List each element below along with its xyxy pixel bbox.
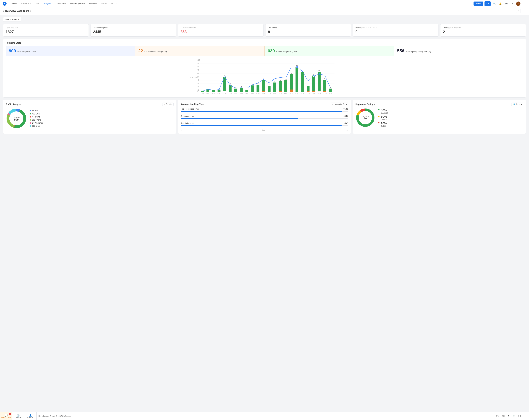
stat-value-due-today: 9 bbox=[268, 30, 348, 34]
zpad-button[interactable]: zPad ▾ bbox=[474, 1, 483, 6]
svg-rect-70 bbox=[323, 80, 326, 92]
nav-item-chat[interactable]: Chat bbox=[33, 0, 41, 7]
hold-requests-num: 22 bbox=[138, 49, 143, 53]
requests-stats-title: Requests Stats bbox=[6, 42, 523, 44]
svg-text:20: 20 bbox=[197, 86, 199, 88]
nav-item-social[interactable]: Social bbox=[99, 0, 109, 7]
svg-point-77 bbox=[263, 79, 264, 80]
notifications-button[interactable]: 🔔 bbox=[498, 1, 503, 6]
stat-label-open: Open Requests bbox=[6, 27, 86, 29]
settings-button[interactable]: ⚙ bbox=[510, 1, 515, 6]
page-header: ‹ Overview Dashboard ▾ ··· ⤢ ℹ bbox=[0, 7, 529, 15]
svg-rect-49 bbox=[279, 81, 282, 92]
happiness-ratings-panel: Happiness Ratings 📊 Donut ▾ Total Rating… bbox=[353, 100, 526, 134]
svg-text:36: 36 bbox=[285, 79, 287, 80]
first-response-item: First Response Time 95:52 bbox=[181, 108, 349, 112]
handling-time-title: Average Handling Time bbox=[181, 103, 204, 105]
svg-rect-31 bbox=[229, 85, 232, 92]
svg-rect-47 bbox=[273, 83, 276, 92]
svg-text:5 PM: 5 PM bbox=[290, 92, 293, 94]
search-button[interactable]: 🔍 bbox=[492, 1, 497, 6]
legend-item-chat: 138 Chat bbox=[30, 125, 43, 127]
requests-stats-panel: Requests Stats 909 New Requests (Total) … bbox=[3, 39, 526, 98]
more-options-button[interactable]: ··· bbox=[511, 9, 515, 13]
info-button[interactable]: ℹ bbox=[522, 9, 526, 13]
nav-more-button[interactable]: ··· bbox=[115, 0, 119, 7]
new-item-button[interactable]: ＋ ▾ bbox=[485, 1, 490, 6]
svg-text:20: 20 bbox=[364, 117, 367, 120]
donut-center-label-text: Requests bbox=[13, 117, 20, 118]
svg-rect-59 bbox=[301, 72, 304, 92]
new-requests-label: New Requests (Total) bbox=[17, 51, 36, 53]
legend-item-web: 56 Web bbox=[30, 110, 43, 112]
first-response-bar-bg bbox=[181, 111, 349, 112]
happiness-container: Total Ratings 20 80% Good (16) 1 bbox=[356, 108, 523, 128]
svg-text:10 PM: 10 PM bbox=[317, 92, 321, 94]
page-title-dropdown[interactable]: ▾ bbox=[30, 10, 31, 12]
traffic-analysis-control[interactable]: ◎ Donut ▾ bbox=[162, 103, 173, 106]
app-logo[interactable]: f bbox=[2, 1, 7, 6]
svg-rect-27 bbox=[212, 90, 215, 92]
chat-dot bbox=[30, 125, 31, 127]
nav-item-tickets[interactable]: Tickets bbox=[9, 0, 19, 7]
svg-text:TICKETS COUNT: TICKETS COUNT bbox=[190, 77, 199, 78]
svg-text:12: 12 bbox=[241, 86, 242, 88]
svg-rect-61 bbox=[307, 86, 310, 92]
happiness-good: 80% Good (16) bbox=[378, 108, 388, 114]
bad-dot bbox=[378, 122, 380, 123]
svg-rect-40 bbox=[256, 85, 259, 92]
svg-rect-50 bbox=[279, 91, 282, 92]
happiness-control[interactable]: 📊 Donut ▾ bbox=[511, 103, 523, 106]
svg-text:80: 80 bbox=[197, 66, 199, 67]
handling-time-control[interactable]: ≡ Horizontal Bar ▾ bbox=[331, 103, 348, 106]
happiness-okay: 10% Okay (2) bbox=[378, 115, 388, 120]
happiness-bad-info: 10% Bad (2) bbox=[381, 122, 387, 127]
nav-item-knowledge-base[interactable]: Knowledge Base bbox=[68, 0, 87, 7]
handling-footer: 0 ◂ hrs ▸ 100 bbox=[181, 129, 349, 131]
svg-text:Total Ratings: Total Ratings bbox=[361, 116, 370, 117]
stat-label-overdue: Overdue Requests bbox=[181, 27, 261, 29]
svg-text:40: 40 bbox=[197, 79, 199, 81]
games-button[interactable]: 🎮 bbox=[504, 1, 509, 6]
svg-rect-65 bbox=[312, 91, 315, 92]
whatsapp-label: 24 WhatsApp bbox=[32, 122, 43, 124]
traffic-chart-arrow: ▾ bbox=[171, 103, 172, 105]
resolution-time-bar-bg bbox=[181, 125, 349, 126]
svg-text:1 PM: 1 PM bbox=[268, 92, 271, 94]
chart-svg: 100 90 80 70 60 50 40 30 20 10 0 TICKETS… bbox=[6, 58, 523, 95]
nav-item-analytics[interactable]: Analytics bbox=[41, 0, 53, 7]
user-avatar[interactable]: U bbox=[516, 1, 520, 6]
svg-rect-55 bbox=[290, 90, 293, 92]
top-navigation: f Tickets Customers Chat Analytics Commu… bbox=[0, 0, 529, 7]
header-actions: ··· ⤢ ℹ bbox=[511, 9, 526, 13]
legend-item-email: 431 Email bbox=[30, 113, 43, 115]
nav-item-im[interactable]: IM bbox=[109, 0, 115, 7]
nav-item-community[interactable]: Community bbox=[53, 0, 68, 7]
svg-text:70: 70 bbox=[197, 69, 199, 71]
svg-text:50: 50 bbox=[313, 74, 314, 75]
stat-label-due-today: Due Today bbox=[268, 27, 348, 29]
svg-rect-54 bbox=[290, 74, 293, 90]
svg-point-75 bbox=[224, 76, 225, 78]
legend-item-forums: 4 Forums bbox=[30, 116, 43, 118]
svg-rect-25 bbox=[201, 91, 204, 92]
traffic-donut-container: Requests 909 56 Web 431 Email 4 Forums bbox=[6, 108, 173, 129]
happiness-donut-svg: Total Ratings 20 bbox=[356, 108, 375, 128]
apps-button[interactable]: ⋮⋮ bbox=[522, 1, 527, 6]
stat-value-overdue: 863 bbox=[181, 30, 261, 34]
svg-point-78 bbox=[296, 66, 298, 68]
svg-rect-52 bbox=[284, 80, 287, 92]
nav-item-customers[interactable]: Customers bbox=[19, 0, 33, 7]
nav-item-activities[interactable]: Activities bbox=[87, 0, 99, 7]
date-filter[interactable]: Last 24 Hours ▾ bbox=[3, 17, 21, 22]
good-label: Good (16) bbox=[381, 112, 388, 114]
nav-items: Tickets Customers Chat Analytics Communi… bbox=[9, 0, 119, 7]
svg-text:54: 54 bbox=[318, 70, 320, 71]
stat-label-unassigned-hour: Unassigned Due in 1 hour bbox=[356, 27, 436, 29]
svg-rect-71 bbox=[323, 91, 326, 92]
svg-text:90: 90 bbox=[197, 63, 199, 64]
svg-text:20: 20 bbox=[307, 84, 309, 85]
web-label: 56 Web bbox=[32, 110, 39, 112]
back-button[interactable]: ‹ bbox=[3, 10, 4, 12]
expand-button[interactable]: ⤢ bbox=[516, 9, 520, 13]
